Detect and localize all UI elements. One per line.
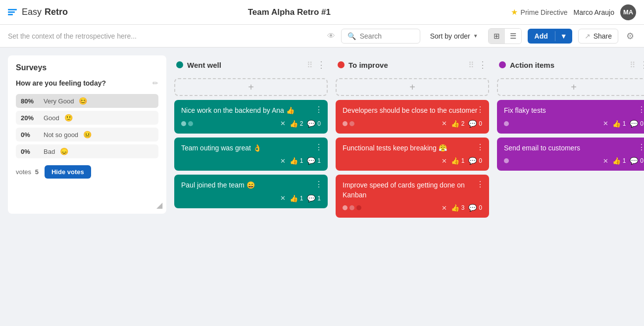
resize-handle[interactable]: ◢ [156,200,162,210]
card-delete-icon[interactable]: ✕ [280,120,286,127]
card-like-button[interactable]: 👍 1 [290,194,303,202]
board: Surveys How are you feeling today? ✏ 80%… [0,47,644,326]
card-dots [343,121,354,126]
card-footer: ✕ 👍 1 💬 1 [181,194,321,202]
chevron-down-icon[interactable]: ▼ [555,29,572,44]
card-comment-button[interactable]: 💬 0 [630,120,644,128]
settings-icon[interactable]: ⚙ [624,29,636,44]
card-like-button[interactable]: 👍 1 [290,157,303,165]
card-comment-button[interactable]: 💬 0 [307,120,321,128]
subheader: Set the context of the retrospective her… [0,25,644,47]
hide-votes-button[interactable]: Hide votes [45,165,91,179]
search-input[interactable] [360,32,409,40]
drag-handle-went-well[interactable]: ⠿ [307,60,313,70]
card-action-1[interactable]: ⋮ Fix flaky tests ✕ 👍 1 💬 0 [497,100,644,134]
avatar[interactable]: MA [620,4,636,20]
card-delete-icon[interactable]: ✕ [603,120,608,127]
card-like-button[interactable]: 👍 1 [612,120,626,128]
card-comment-button[interactable]: 💬 0 [468,120,482,128]
comment-icon: 💬 [468,204,477,212]
card-like-button[interactable]: 👍 2 [290,120,303,128]
grid-view-button[interactable]: ⊞ [489,29,505,44]
card-delete-icon[interactable]: ✕ [280,157,286,165]
sort-button[interactable]: Sort by order ▼ [426,29,482,43]
card-dot [343,121,347,126]
card-like-button[interactable]: 👍 3 [451,204,465,212]
add-button-label: Add [528,29,555,44]
edit-icon[interactable]: ✏ [152,79,158,87]
comment-icon: 💬 [468,157,477,165]
eye-icon[interactable]: 👁 [327,32,335,41]
survey-question: How are you feeling today? [16,79,106,87]
comment-count: 0 [479,204,482,211]
more-menu-to-improve[interactable]: ⋮ [478,59,487,70]
card-action-2[interactable]: ⋮ Send email to customers ✕ 👍 1 💬 0 [497,138,644,171]
card-footer: ✕ 👍 2 💬 0 [181,120,321,128]
card-delete-icon[interactable]: ✕ [442,204,447,212]
card-delete-icon[interactable]: ✕ [603,157,608,165]
like-count: 1 [300,157,303,164]
card-menu-icon[interactable]: ⋮ [315,180,323,189]
card-to-improve-3[interactable]: ⋮ Improve speed of cards getting done on… [336,175,489,218]
user-name[interactable]: Marco Araujo [574,8,614,16]
drag-handle-action-items[interactable]: ⠿ [630,60,636,70]
comment-icon: 💬 [468,120,477,128]
list-view-button[interactable]: ☰ [505,29,521,44]
comment-icon: 💬 [307,194,315,202]
thumbs-up-icon: 👍 [290,157,298,165]
like-count: 1 [623,157,626,164]
drag-handle-to-improve[interactable]: ⠿ [468,60,474,70]
context-placeholder[interactable]: Set the context of the retrospective her… [8,32,321,40]
add-button[interactable]: Add ▼ [528,29,572,44]
card-delete-icon[interactable]: ✕ [280,194,286,202]
comment-count: 1 [317,195,321,202]
logo-retro: Retro [45,7,68,17]
card-dots [504,121,509,126]
card-comment-button[interactable]: 💬 0 [468,204,482,212]
card-text: Improve speed of cards getting done on K… [343,181,482,200]
more-menu-action-items[interactable]: ⋮ [640,59,644,70]
card-menu-icon[interactable]: ⋮ [638,105,644,114]
card-dots [181,121,193,126]
votes-label: votes [16,168,31,176]
survey-pct-good: 20% [21,114,39,122]
add-card-action-items[interactable]: + [497,78,644,96]
survey-option-not-so-good: 0% Not so good 😐 [16,128,158,141]
thumbs-up-icon: 👍 [290,120,298,128]
votes-text: votes 5 [16,168,39,176]
card-menu-icon[interactable]: ⋮ [476,105,484,114]
card-menu-icon[interactable]: ⋮ [315,142,323,152]
card-went-well-2[interactable]: ⋮ Team outing was great 👌 ✕ 👍 1 💬 1 [174,138,328,171]
thumbs-up-icon: 👍 [451,120,459,128]
logo[interactable]: EasyRetro [8,7,68,17]
card-menu-icon[interactable]: ⋮ [476,142,484,152]
card-went-well-1[interactable]: ⋮ Nice work on the backend by Ana 👍 ✕ 👍 … [174,100,328,134]
column-header-went-well: Went well ⠿ ⋮ [174,55,328,74]
card-dot [181,121,186,126]
card-text: Fix flaky tests [504,106,644,116]
card-went-well-3[interactable]: ⋮ Paul joined the team 😄 ✕ 👍 1 💬 1 [174,175,328,208]
card-like-button[interactable]: 👍 1 [451,157,465,165]
card-like-button[interactable]: 👍 2 [451,120,465,128]
card-delete-icon[interactable]: ✕ [442,157,447,165]
card-to-improve-2[interactable]: ⋮ Functional tests keep breaking 😤 ✕ 👍 1… [336,138,489,171]
prime-directive-link[interactable]: ★ Prime Directive [511,7,568,17]
share-button[interactable]: ↗ Share [578,29,618,44]
card-comment-button[interactable]: 💬 1 [307,157,321,165]
card-footer: ✕ 👍 1 💬 0 [504,120,644,128]
add-card-went-well[interactable]: + [174,78,328,96]
more-menu-went-well[interactable]: ⋮ [317,59,326,70]
card-menu-icon[interactable]: ⋮ [638,142,644,152]
card-like-button[interactable]: 👍 1 [612,157,626,165]
card-menu-icon[interactable]: ⋮ [315,105,323,114]
share-label: Share [594,32,612,40]
card-comment-button[interactable]: 💬 1 [307,194,321,202]
like-count: 3 [461,204,465,211]
add-card-to-improve[interactable]: + [336,78,489,96]
card-comment-button[interactable]: 💬 0 [468,157,482,165]
card-delete-icon[interactable]: ✕ [442,120,447,127]
card-to-improve-1[interactable]: ⋮ Developers should be close to the cust… [336,100,489,134]
card-menu-icon[interactable]: ⋮ [476,180,484,189]
card-comment-button[interactable]: 💬 0 [630,157,644,165]
card-text: Nice work on the backend by Ana 👍 [181,106,321,116]
